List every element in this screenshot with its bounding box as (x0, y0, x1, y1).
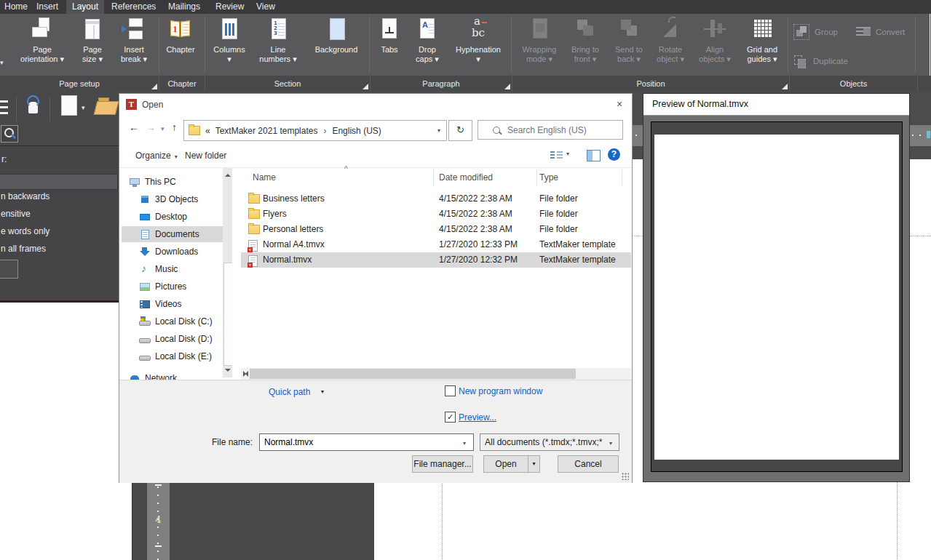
ribbon-button-grid-and-guides[interactable]: Grid andguides ▾ (740, 17, 784, 73)
chevron-down-icon[interactable]: ▾ (161, 125, 165, 132)
ribbon-button-convert[interactable]: Convert (856, 24, 905, 40)
chevron-down-icon[interactable]: ▾ (463, 440, 466, 447)
tab-insert[interactable]: Insert (32, 0, 63, 14)
change-view-icon[interactable] (550, 151, 563, 161)
file-manager-button[interactable]: File manager... (412, 455, 473, 473)
tab-layout[interactable]: Layout (66, 0, 104, 14)
breadcrumb-root[interactable]: TextMaker 2021 templates (215, 126, 318, 136)
close-icon[interactable]: × (610, 95, 629, 113)
preview-pane-icon[interactable] (587, 150, 601, 161)
open-split-chevron-icon[interactable]: ▾ (528, 455, 540, 473)
sidebar-item-local-disk-e[interactable]: Local Disk (E:) (139, 348, 232, 364)
cancel-button[interactable]: Cancel (558, 455, 619, 473)
ribbon-button-line-numbers[interactable]: Linenumbers ▾ (255, 17, 301, 73)
chevron-down-icon[interactable]: ▾ (437, 127, 440, 134)
chevron-down-icon[interactable]: ▾ (321, 388, 324, 395)
option-search-backwards[interactable]: n backwards (1, 191, 49, 201)
breadcrumb[interactable]: « TextMaker 2021 templates › English (US… (183, 120, 447, 141)
chevron-down-icon[interactable]: ▾ (609, 440, 612, 447)
refresh-icon[interactable]: ↻ (448, 120, 472, 141)
ribbon-button-group[interactable]: Group (793, 24, 838, 40)
tab-view[interactable]: View (252, 0, 280, 14)
preview-checkbox[interactable]: ✓ (445, 412, 456, 423)
forward-arrow-icon[interactable]: → (146, 121, 156, 133)
sidebar-item-local-disk-c[interactable]: Local Disk (C:) (139, 313, 232, 329)
file-row-personal-letters[interactable]: Personal letters 4/15/2022 2:38 AM File … (241, 222, 631, 237)
search-term-input[interactable] (0, 174, 118, 190)
sidebar-item-downloads[interactable]: Downloads (139, 244, 232, 260)
ribbon-button-hyphenation[interactable]: Hyphenation▾ (448, 17, 508, 73)
sidebar-item-music[interactable]: Music (139, 261, 232, 277)
ribbon-button-background[interactable]: Background (307, 17, 365, 73)
scroll-down-icon[interactable] (225, 369, 231, 375)
touch-mode-hand-icon[interactable] (22, 95, 44, 118)
sidebar-item-videos[interactable]: Videos (139, 296, 232, 312)
scrollbar-thumb[interactable] (250, 369, 576, 379)
dialog-titlebar[interactable]: T Open × (119, 94, 632, 116)
ribbon-button-rotate-object[interactable]: Rotateobject ▾ (650, 17, 691, 73)
breadcrumb-leaf[interactable]: English (US) (332, 126, 381, 136)
file-row-business-letters[interactable]: Business letters 4/15/2022 2:38 AM File … (241, 191, 631, 207)
chevron-down-icon[interactable]: ▾ (0, 59, 4, 66)
ribbon-button-columns[interactable]: Columns▾ (208, 17, 250, 73)
option-case-sensitive[interactable]: ensitive (1, 209, 31, 219)
new-folder-button[interactable]: New folder (185, 151, 226, 161)
chevron-down-icon[interactable]: ▾ (566, 151, 569, 157)
sidebar-item-3d-objects[interactable]: 3D Objects (139, 191, 232, 207)
file-row-flyers[interactable]: Flyers 4/15/2022 2:38 AM File folder (241, 207, 631, 222)
sidebar-item-pictures[interactable]: Pictures (139, 279, 232, 295)
ribbon-button-wrapping-mode[interactable]: Wrappingmode ▾ (518, 17, 561, 73)
open-button[interactable]: Open (483, 455, 528, 473)
file-row-normal-tmvx[interactable]: Normal.tmvx 1/27/2020 12:32 PM TextMaker… (241, 252, 631, 268)
tab-references[interactable]: References (107, 0, 160, 14)
preview-window-titlebar[interactable]: Preview of Normal.tmvx (643, 94, 909, 116)
scroll-up-icon[interactable] (225, 171, 231, 177)
organize-menu[interactable]: Organize (135, 151, 178, 161)
dialog-launcher-icon[interactable] (151, 84, 157, 89)
up-arrow-icon[interactable]: ↑ (172, 121, 177, 133)
breadcrumb-collapse[interactable]: « (205, 126, 210, 136)
back-arrow-icon[interactable]: ← (129, 121, 139, 133)
sidebar-item-local-disk-d[interactable]: Local Disk (D:) (139, 331, 232, 347)
ribbon-button-chapter[interactable]: Chapter (160, 17, 201, 73)
horizontal-scrollbar[interactable] (241, 368, 631, 380)
sidebar-item-desktop[interactable]: Desktop (139, 209, 232, 225)
column-header-name[interactable]: Name (253, 172, 276, 183)
dialog-launcher-icon[interactable] (363, 84, 368, 89)
file-type-dropdown[interactable]: All documents (*.tmdx;*.tmvx;* (480, 433, 619, 451)
column-header-date-modified[interactable]: Date modified (439, 172, 493, 183)
help-icon[interactable]: ? (608, 148, 620, 161)
open-folder-icon[interactable] (95, 97, 118, 116)
column-header-type[interactable]: Type (539, 172, 558, 183)
tab-home[interactable]: Home (0, 0, 32, 14)
new-program-window-label[interactable]: New program window (459, 386, 542, 396)
ribbon-button-drop-caps[interactable]: Dropcaps ▾ (408, 17, 447, 73)
sidebar-scrollbar[interactable] (223, 168, 232, 377)
ribbon-button-insert-break[interactable]: Insertbreak ▾ (113, 17, 155, 73)
option-search-all-frames[interactable]: n all frames (1, 244, 46, 254)
search-box[interactable] (478, 120, 623, 140)
search-icon[interactable] (1, 125, 18, 143)
new-program-window-checkbox[interactable] (445, 385, 456, 396)
quick-path-link[interactable]: Quick path (269, 387, 310, 397)
scroll-right-icon[interactable] (243, 371, 249, 377)
dialog-launcher-icon[interactable] (782, 84, 788, 89)
scrollbar-thumb[interactable] (223, 263, 232, 366)
dialog-launcher-icon[interactable] (504, 84, 510, 89)
preview-label[interactable]: Preview... (459, 412, 496, 423)
resize-grip[interactable] (622, 473, 629, 480)
ribbon-button-duplicate[interactable]: Duplicate (793, 53, 848, 69)
tab-mailings[interactable]: Mailings (164, 0, 205, 14)
ribbon-button-send-to-back[interactable]: Send toback ▾ (609, 17, 649, 73)
chevron-down-icon[interactable]: ▾ (82, 104, 85, 111)
ruler-right-indent-marker[interactable] (927, 131, 930, 138)
search-input[interactable] (506, 124, 618, 136)
sidebar-item-this-pc[interactable]: This PC (129, 174, 228, 190)
sidebar-item-documents[interactable]: Documents (122, 226, 232, 242)
option-whole-words-only[interactable]: e words only (1, 226, 49, 236)
file-name-input[interactable] (259, 433, 474, 451)
tab-review[interactable]: Review (211, 0, 248, 14)
ribbon-button-page-orientation[interactable]: Pageorientation ▾ (13, 17, 71, 73)
hamburger-menu-icon[interactable] (0, 100, 8, 116)
ribbon-button-page-size[interactable]: Pagesize ▾ (74, 17, 111, 73)
